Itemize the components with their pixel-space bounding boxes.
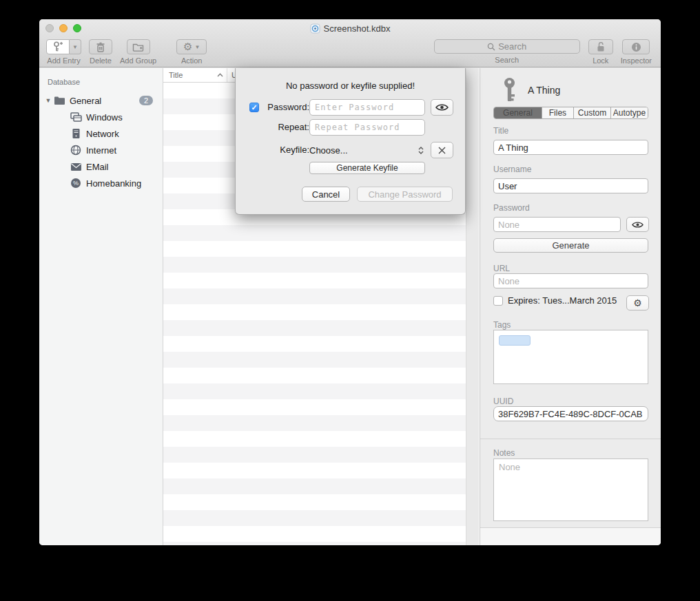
table-scrollbar-gutter [466,68,479,545]
column-header-title[interactable]: Title [163,68,227,82]
add-group-button[interactable] [127,39,150,54]
dialog-repeat-input[interactable] [309,119,425,136]
sidebar-group-general[interactable]: ▼ General 2 [39,92,163,109]
cancel-button[interactable]: Cancel [302,187,350,202]
uuid-field[interactable] [493,406,648,421]
expires-checkbox[interactable] [493,296,503,306]
lock-button[interactable] [588,39,613,54]
search-input[interactable]: Search [434,39,580,54]
internet-icon [70,144,82,156]
email-icon [70,160,82,173]
sidebar-item-windows[interactable]: Windows [39,109,163,125]
tab-autotype[interactable]: Autotype [611,107,648,118]
add-group-label: Add Group [120,56,156,65]
dialog-show-password-button[interactable] [431,99,453,116]
delete-button[interactable] [89,39,112,54]
windows-icon [70,111,82,123]
document-proxy-icon [310,23,320,34]
generate-password-button[interactable]: Generate [493,238,648,253]
homebanking-icon: % [70,177,82,189]
entry-count-badge: 2 [139,96,153,105]
tag-pill[interactable] [499,335,531,346]
delete-group: Delete [89,39,112,65]
title-label: Title [493,126,508,136]
url-field[interactable] [493,273,648,288]
url-label: URL [493,264,510,273]
open-padlock-icon [596,41,606,52]
sidebar-group-label: General [70,96,101,106]
folder-icon [53,94,65,107]
add-entry-dropdown[interactable]: ▼ [70,39,81,54]
username-field[interactable] [493,178,648,193]
tab-custom[interactable]: Custom [574,107,611,118]
toolbar: ▼ Add Entry Delete [39,37,661,67]
expires-settings-button[interactable]: ⚙ [626,295,649,310]
entry-title: A Thing [528,85,560,96]
title-field[interactable] [493,140,648,155]
add-group-group: Add Group [120,39,156,65]
tab-general[interactable]: General [494,107,542,118]
dialog-password-input[interactable] [309,99,425,116]
folder-plus-icon [132,42,144,52]
expires-row: Expires: Tues...March 2015 [493,295,648,306]
titlebar[interactable]: Screenshot.kdbx [39,19,661,37]
gear-icon: ⚙ [633,298,642,308]
lock-group: Lock [588,39,613,65]
generate-keyfile-button[interactable]: Generate Keyfile [309,162,425,174]
network-icon [70,127,82,140]
action-label: Action [181,56,203,65]
close-x-icon [438,147,446,154]
divider [480,439,661,439]
username-label: Username [493,165,531,174]
sidebar-item-email[interactable]: EMail [39,158,163,175]
action-button[interactable]: ⚙ ▼ [176,39,207,54]
app-window: Screenshot.kdbx [39,19,661,545]
dialog-keyfile-label: Keyfile: [256,145,309,155]
inspector-button[interactable] [622,39,650,54]
uuid-label: UUID [493,397,513,406]
sidebar-item-homebanking[interactable]: % Homebanking [39,175,163,191]
search-placeholder: Search [498,41,526,52]
password-dialog: No password or keyfile supplied! ✓ Passw… [235,68,466,215]
key-plus-icon [52,41,63,52]
tags-box[interactable] [493,330,648,384]
add-entry-button[interactable] [46,39,70,54]
password-label: Password [493,203,530,213]
sidebar: Database ▼ General 2 [39,68,163,545]
delete-label: Delete [90,56,112,65]
tab-files[interactable]: Files [542,107,574,118]
eye-icon [632,221,644,229]
expires-label: Expires: Tues...March 2015 [508,295,617,306]
inspector-group: Inspector [621,39,652,65]
notes-box[interactable]: None [493,458,648,521]
inspector-panel: A Thing General Files Custom Autotype Ti… [480,68,661,545]
sidebar-item-label: EMail [86,162,109,172]
dialog-password-label: Password: [256,102,309,112]
sidebar-item-network[interactable]: Network [39,125,163,142]
sidebar-item-label: Internet [86,145,116,156]
lock-label: Lock [593,56,608,65]
sidebar-item-label: Network [86,129,119,139]
password-field[interactable] [493,217,621,232]
dialog-repeat-label: Repeat: [256,122,309,132]
inspector-footer [480,527,661,545]
disclosure-triangle-icon[interactable]: ▼ [39,97,53,104]
eye-icon [435,103,449,112]
clear-keyfile-button[interactable] [431,142,453,158]
sidebar-item-internet[interactable]: Internet [39,142,163,158]
add-entry-group: ▼ Add Entry [46,39,81,65]
search-icon [487,43,495,51]
action-group: ⚙ ▼ Action [176,39,207,65]
sidebar-item-label: Windows [86,112,123,123]
trash-icon [96,42,105,52]
chevron-down-icon: ▼ [194,44,200,50]
gear-icon: ⚙ [183,42,192,52]
stepper-icon [418,147,425,154]
change-password-button[interactable]: Change Password [357,187,453,202]
keyfile-popup-button[interactable]: Choose... [309,142,425,158]
sidebar-header: Database [39,78,163,86]
sort-ascending-icon [217,73,223,77]
add-entry-label: Add Entry [47,56,80,65]
show-password-button[interactable] [626,217,649,232]
dialog-message: No password or keyfile supplied! [236,81,465,91]
